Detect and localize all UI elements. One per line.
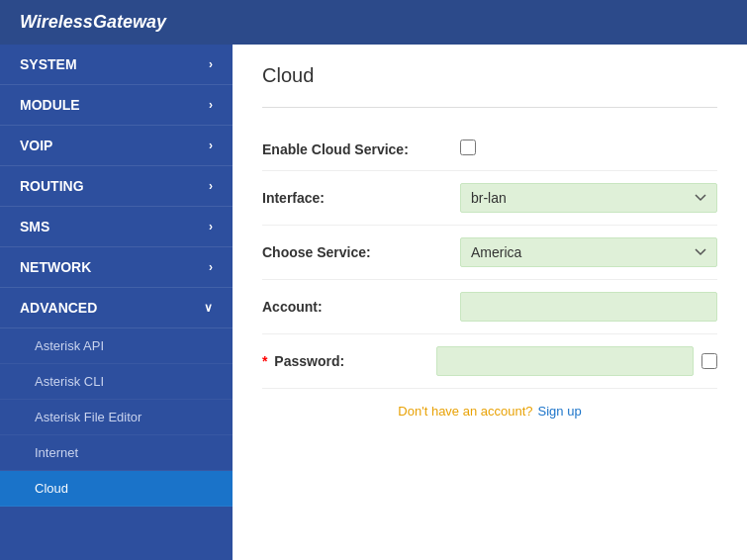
chevron-right-icon: › <box>209 260 213 274</box>
sidebar-label-module: MODULE <box>20 97 80 113</box>
main-layout: SYSTEM › MODULE › VOIP › ROUTING › SMS ›… <box>0 45 747 560</box>
sidebar-subitem-label: Cloud <box>35 481 68 496</box>
sidebar-subitem-label: Asterisk File Editor <box>35 410 141 424</box>
password-control <box>436 346 717 376</box>
choose-service-select-wrapper: America Europe Asia <box>460 237 717 267</box>
sidebar-label-routing: ROUTING <box>20 178 84 194</box>
choose-service-control: America Europe Asia <box>460 237 717 267</box>
enable-cloud-service-label: Enable Cloud Service: <box>262 141 460 157</box>
sidebar-subitem-asterisk-cli[interactable]: Asterisk CLI <box>0 364 233 400</box>
sidebar-subitem-asterisk-api[interactable]: Asterisk API <box>0 328 233 364</box>
page-title: Cloud <box>262 64 717 87</box>
sidebar-label-system: SYSTEM <box>20 56 77 72</box>
show-password-checkbox[interactable] <box>701 353 717 369</box>
required-marker: * <box>262 353 267 369</box>
divider <box>262 107 717 108</box>
sidebar-subitem-label: Asterisk API <box>35 338 104 353</box>
interface-control: br-lan eth0 wlan0 <box>460 183 717 213</box>
sidebar-label-sms: SMS <box>20 219 49 234</box>
sidebar-subitem-cloud[interactable]: Cloud <box>0 471 233 507</box>
signup-row: Don't have an account? Sign up <box>262 389 717 433</box>
sidebar-subitem-asterisk-file-editor[interactable]: Asterisk File Editor <box>0 400 233 435</box>
enable-cloud-service-control <box>460 140 717 158</box>
chevron-right-icon: › <box>209 139 213 152</box>
sidebar-subitem-internet[interactable]: Internet <box>0 435 233 471</box>
sidebar-item-sms[interactable]: SMS › <box>0 207 233 247</box>
sidebar-item-module[interactable]: MODULE › <box>0 85 233 126</box>
password-row: * Password: <box>262 334 717 389</box>
chevron-right-icon: › <box>209 98 213 112</box>
chevron-right-icon: › <box>209 179 213 193</box>
password-label: * Password: <box>262 353 436 369</box>
sidebar-label-voip: VOIP <box>20 138 52 153</box>
account-row: Account: <box>262 280 717 334</box>
chevron-right-icon: › <box>209 57 213 71</box>
sidebar-label-network: NETWORK <box>20 259 91 275</box>
app-header: WirelessGateway <box>0 0 747 45</box>
sidebar-item-advanced[interactable]: ADVANCED ∨ <box>0 288 233 328</box>
sidebar-subitem-label: Internet <box>35 445 78 460</box>
signup-link[interactable]: Sign up <box>538 404 582 419</box>
account-control <box>460 292 717 322</box>
choose-service-row: Choose Service: America Europe Asia <box>262 226 717 280</box>
chevron-down-icon: ∨ <box>204 301 213 315</box>
sidebar-item-system[interactable]: SYSTEM › <box>0 45 233 85</box>
choose-service-label: Choose Service: <box>262 244 460 260</box>
account-input[interactable] <box>460 292 717 322</box>
choose-service-select[interactable]: America Europe Asia <box>460 237 717 267</box>
interface-select[interactable]: br-lan eth0 wlan0 <box>460 183 717 213</box>
interface-row: Interface: br-lan eth0 wlan0 <box>262 171 717 226</box>
password-input-row <box>436 346 717 376</box>
enable-cloud-service-checkbox[interactable] <box>460 140 476 155</box>
enable-cloud-service-row: Enable Cloud Service: <box>262 128 717 171</box>
content-area: Cloud Enable Cloud Service: Interface: b… <box>233 45 747 560</box>
password-label-text: Password: <box>274 353 344 369</box>
sidebar: SYSTEM › MODULE › VOIP › ROUTING › SMS ›… <box>0 45 233 560</box>
sidebar-subitem-label: Asterisk CLI <box>35 374 104 389</box>
sidebar-item-network[interactable]: NETWORK › <box>0 247 233 288</box>
sidebar-label-advanced: ADVANCED <box>20 300 97 316</box>
chevron-right-icon: › <box>209 220 213 233</box>
account-label: Account: <box>262 299 460 315</box>
interface-select-wrapper: br-lan eth0 wlan0 <box>460 183 717 213</box>
sidebar-item-voip[interactable]: VOIP › <box>0 126 233 166</box>
interface-label: Interface: <box>262 190 460 206</box>
sidebar-item-routing[interactable]: ROUTING › <box>0 166 233 207</box>
password-input[interactable] <box>436 346 694 376</box>
app-title: WirelessGateway <box>20 12 166 32</box>
dont-have-account-text: Don't have an account? <box>398 404 532 419</box>
